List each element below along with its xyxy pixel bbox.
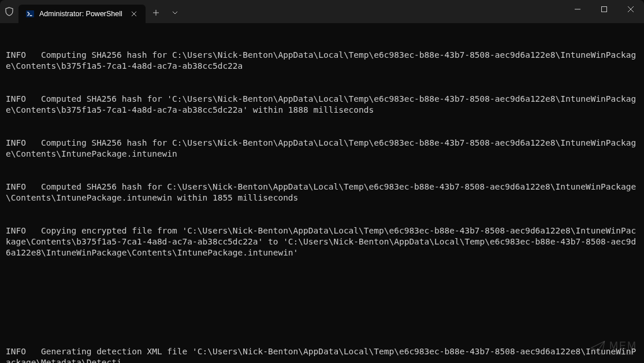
window-controls xyxy=(564,0,644,23)
close-window-button[interactable] xyxy=(617,0,644,18)
log-line: INFO Generating detection XML file 'C:\U… xyxy=(6,346,638,363)
watermark-text: MEM ENNBEE xyxy=(609,340,637,356)
maximize-button[interactable] xyxy=(591,0,617,18)
paper-plane-icon xyxy=(590,340,606,356)
shield-icon xyxy=(0,7,18,16)
log-line: INFO Computed SHA256 hash for 'C:\Users\… xyxy=(6,94,638,116)
log-line: INFO Computing SHA256 hash for C:\Users\… xyxy=(6,138,638,160)
svg-rect-0 xyxy=(26,10,34,17)
minimize-button[interactable] xyxy=(564,0,591,18)
blank-line xyxy=(6,313,638,324)
terminal-output[interactable]: INFO Computing SHA256 hash for C:\Users\… xyxy=(0,23,644,363)
blank-line xyxy=(6,280,638,291)
tab-powershell[interactable]: Administrator: PowerShell xyxy=(18,5,146,23)
tab-dropdown-button[interactable] xyxy=(166,3,184,22)
new-tab-button[interactable] xyxy=(146,3,166,22)
titlebar-left: Administrator: PowerShell xyxy=(0,0,184,23)
close-icon[interactable] xyxy=(129,9,139,18)
watermark-top: MEM xyxy=(609,340,637,351)
log-line: INFO Copying encrypted file from 'C:\Use… xyxy=(6,225,638,258)
watermark-bottom: ENNBEE xyxy=(609,351,637,356)
tab-title: Administrator: PowerShell xyxy=(39,10,125,18)
powershell-icon xyxy=(25,9,35,18)
svg-rect-7 xyxy=(602,7,607,12)
titlebar: Administrator: PowerShell xyxy=(0,0,644,23)
log-line: INFO Computing SHA256 hash for C:\Users\… xyxy=(6,50,638,72)
watermark: MEM ENNBEE xyxy=(590,340,637,356)
log-line: INFO Computed SHA256 hash for C:\Users\N… xyxy=(6,182,638,203)
